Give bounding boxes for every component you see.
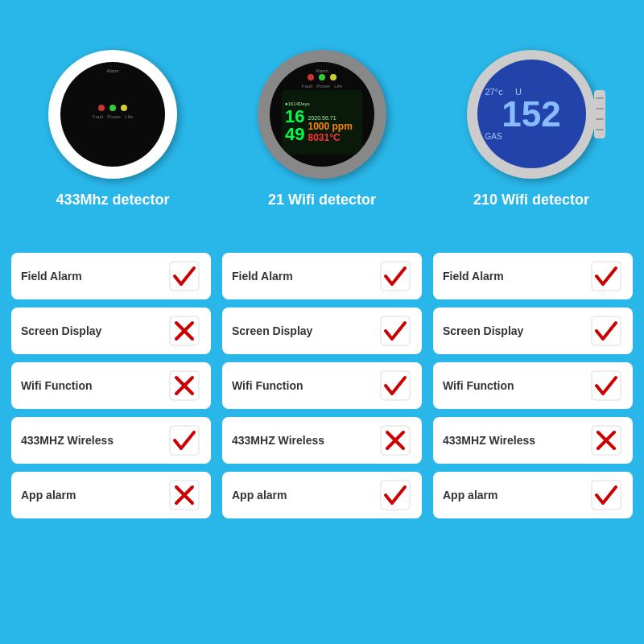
check-field-alarm-1 [167, 259, 201, 293]
check-screen-display-3 [589, 314, 623, 348]
device2-display: ●1614Days 16 49 2020.56.71 1000 ppm 8031… [282, 90, 362, 155]
device-screen-3: 27°c U 152 GAS [477, 60, 586, 168]
check-app-alarm-1 [167, 478, 201, 512]
feature-wifi-function-col2: Wifi Function [222, 362, 422, 409]
device-screen-2: Alarm Fault Power Life ●1614Days 16 [270, 62, 374, 167]
check-app-alarm-3 [589, 478, 623, 512]
feature-app-alarm-col1: App alarm [11, 472, 211, 518]
check-433mhz-2 [378, 423, 412, 457]
check-screen-display-1 [167, 314, 201, 348]
product-2: Alarm Fault Power Life ●1614Days 16 [229, 50, 415, 208]
feature-screen-display-col1: Screen Display [11, 308, 211, 354]
check-wifi-function-1 [167, 369, 201, 402]
device-dots-1 [98, 105, 127, 111]
device-vent [594, 90, 605, 138]
feature-wifi-function-col1: Wifi Function [11, 362, 211, 409]
feature-screen-display-col2: Screen Display [222, 308, 422, 354]
feature-433mhz-col1: 433MHZ Wireless [11, 417, 211, 464]
check-screen-display-2 [378, 314, 412, 348]
dot-power [109, 105, 116, 111]
check-wifi-function-2 [378, 369, 412, 402]
feature-433mhz-col2: 433MHZ Wireless [222, 417, 422, 464]
dot-power-2 [319, 74, 325, 80]
dot-fault-2 [308, 74, 314, 80]
product-name-3: 210 Wifi detector [473, 192, 589, 208]
device-labels-1: Alarm [106, 68, 119, 73]
check-field-alarm-2 [378, 259, 412, 293]
product-3: 27°c U 152 GAS 210 Wifi detector [439, 50, 624, 208]
device-dots-2 [308, 74, 336, 80]
dot-fault [98, 105, 105, 111]
comparison-section: Field Alarm Field Alarm Field Alarm [0, 250, 644, 522]
check-433mhz-1 [167, 423, 201, 457]
feature-field-alarm-col2: Field Alarm [222, 253, 422, 299]
device-image-1: Alarm Fault Power Life [48, 50, 177, 179]
device-labels-2: Alarm [316, 68, 328, 73]
dot-life-2 [330, 74, 336, 80]
check-app-alarm-2 [378, 478, 412, 512]
product-name-2: 21 Wifi detector [268, 192, 376, 208]
feature-screen-display-col3: Screen Display [433, 308, 633, 354]
feature-app-alarm-col2: App alarm [222, 472, 422, 518]
products-section: Alarm Fault Power Life 433Mhz detector [0, 0, 644, 250]
dot-life [121, 105, 127, 111]
feature-field-alarm-col3: Field Alarm [433, 253, 633, 299]
check-wifi-function-3 [589, 369, 623, 402]
page-container: Alarm Fault Power Life 433Mhz detector [0, 0, 644, 522]
device-screen-1: Alarm Fault Power Life [60, 62, 165, 167]
feature-433mhz-col3: 433MHZ Wireless [433, 417, 633, 464]
feature-app-alarm-col3: App alarm [433, 472, 633, 518]
device-image-3: 27°c U 152 GAS [467, 50, 596, 179]
product-name-1: 433Mhz detector [56, 192, 169, 208]
product-1: Alarm Fault Power Life 433Mhz detector [20, 50, 205, 208]
feature-wifi-function-col3: Wifi Function [433, 362, 633, 409]
check-field-alarm-3 [589, 259, 623, 293]
check-433mhz-3 [589, 423, 623, 457]
feature-field-alarm-col1: Field Alarm [11, 253, 211, 299]
device-image-2: Alarm Fault Power Life ●1614Days 16 [258, 50, 386, 179]
